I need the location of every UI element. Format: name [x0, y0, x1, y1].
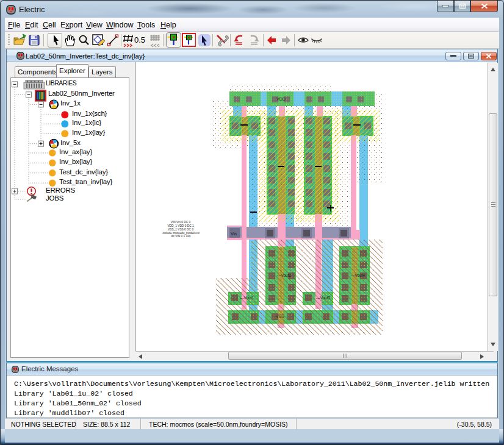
svg-text:---Vout1: ---Vout1: [240, 296, 254, 300]
svg-text:VDD: VDD: [276, 97, 286, 101]
svg-text:VIN Vin 0 DC 0: VIN Vin 0 DC 0: [171, 221, 191, 224]
svg-text:VDD_1 VDD 0 DC 1: VDD_1 VDD 0 DC 1: [167, 224, 194, 227]
svg-text:---Vout2: ---Vout2: [277, 273, 292, 277]
svg-text:---Vout4: ---Vout4: [351, 273, 365, 277]
svg-text:.include cmosedu_models.txt: .include cmosedu_models.txt: [162, 232, 200, 235]
svg-text:.dc VIN 0 1 10n: .dc VIN 0 1 10n: [170, 235, 190, 238]
svg-text:Vin: Vin: [231, 232, 237, 236]
svg-text:VSS: VSS: [276, 314, 284, 318]
svg-text:VSS_1 VSS 0 DC 0: VSS_1 VSS 0 DC 0: [168, 228, 193, 231]
svg-text:---Vout3: ---Vout3: [316, 296, 331, 300]
